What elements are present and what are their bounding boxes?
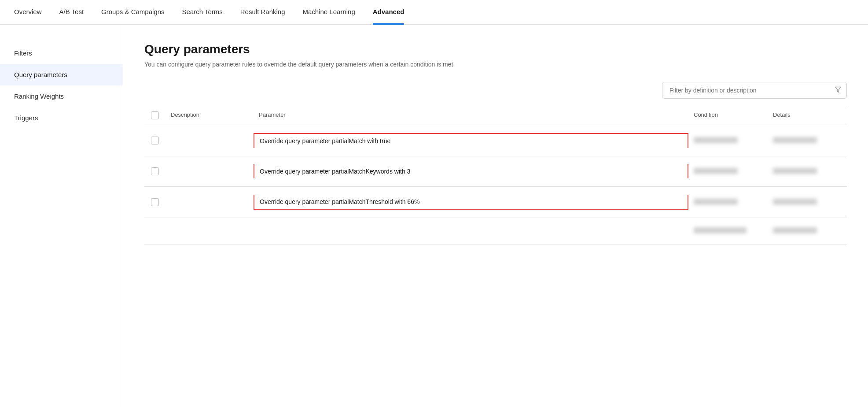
header-condition: Condition [688, 111, 768, 119]
nav-item-ab-test[interactable]: A/B Test [59, 0, 84, 25]
row-2-parameter: Override query parameter partialMatchKey… [254, 164, 688, 178]
header-parameter: Parameter [254, 111, 688, 119]
row-2-details [768, 168, 847, 175]
row-3-condition [688, 199, 768, 206]
header-details: Details [768, 111, 847, 119]
sidebar-item-triggers[interactable]: Triggers [0, 107, 123, 129]
sidebar-item-ranking-weights[interactable]: Ranking Weights [0, 85, 123, 107]
main-content: Query parameters You can configure query… [123, 25, 868, 407]
row-4-condition [688, 227, 768, 235]
table-row: Override query parameter partialMatchThr… [144, 187, 847, 218]
data-table: Description Parameter Condition Details … [144, 106, 847, 244]
nav-item-advanced[interactable]: Advanced [373, 0, 405, 25]
row-1-condition [688, 137, 768, 144]
row-3-checkbox[interactable] [151, 198, 159, 206]
sidebar: Filters Query parameters Ranking Weights… [0, 25, 123, 407]
nav-item-overview[interactable]: Overview [14, 0, 42, 25]
filter-input-wrapper [662, 82, 847, 99]
row-4-checkbox-cell [144, 227, 166, 235]
page-description: You can configure query parameter rules … [144, 61, 847, 68]
filter-bar [144, 82, 847, 99]
top-navigation: Overview A/B Test Groups & Campaigns Sea… [0, 0, 868, 25]
row-1-checkbox-cell [144, 137, 166, 144]
select-all-checkbox[interactable] [151, 111, 159, 119]
row-1-details [768, 137, 847, 144]
row-4-details [768, 227, 847, 235]
row-2-condition [688, 168, 768, 175]
nav-item-search-terms[interactable]: Search Terms [182, 0, 223, 25]
table-row: Override query parameter partialMatch wi… [144, 125, 847, 156]
row-1-parameter: Override query parameter partialMatch wi… [254, 133, 688, 148]
page-title: Query parameters [144, 42, 847, 56]
nav-item-result-ranking[interactable]: Result Ranking [240, 0, 285, 25]
sidebar-item-query-parameters[interactable]: Query parameters [0, 64, 123, 85]
sidebar-item-filters[interactable]: Filters [0, 42, 123, 64]
table-row: Override query parameter partialMatchKey… [144, 156, 847, 187]
row-1-checkbox[interactable] [151, 137, 159, 144]
row-2-checkbox-cell [144, 167, 166, 175]
nav-item-groups-campaigns[interactable]: Groups & Campaigns [101, 0, 164, 25]
header-description: Description [166, 111, 254, 119]
table-row [144, 218, 847, 244]
row-3-details [768, 199, 847, 206]
table-header: Description Parameter Condition Details [144, 106, 847, 125]
main-layout: Filters Query parameters Ranking Weights… [0, 25, 868, 407]
row-3-checkbox-cell [144, 198, 166, 206]
nav-item-machine-learning[interactable]: Machine Learning [303, 0, 355, 25]
header-checkbox-cell [144, 111, 166, 119]
filter-input[interactable] [662, 82, 847, 99]
row-3-parameter: Override query parameter partialMatchThr… [254, 195, 688, 210]
row-2-checkbox[interactable] [151, 167, 159, 175]
